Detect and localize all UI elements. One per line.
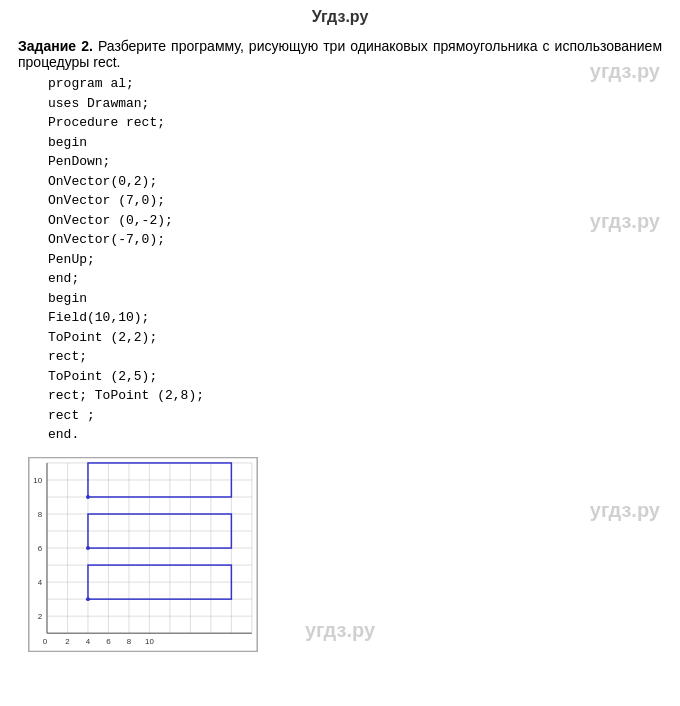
svg-text:6: 6 bbox=[106, 637, 111, 646]
code-line-14: ToPoint (2,2); bbox=[48, 328, 662, 348]
svg-rect-0 bbox=[29, 458, 257, 651]
svg-point-40 bbox=[86, 546, 90, 550]
svg-text:4: 4 bbox=[86, 637, 91, 646]
task-header: Задание 2. Разберите программу, рисующую… bbox=[18, 38, 662, 70]
code-line-6: OnVector(0,2); bbox=[48, 172, 662, 192]
code-line-17: rect; ToPoint (2,8); bbox=[48, 386, 662, 406]
diagram-section: 0 2 4 6 8 10 2 4 6 8 10 bbox=[18, 457, 662, 652]
code-line-10: PenUp; bbox=[48, 250, 662, 270]
task-description: Разберите программу, рисующую три одинак… bbox=[18, 38, 662, 70]
page-title: Угдз.ру bbox=[0, 0, 680, 30]
svg-text:2: 2 bbox=[38, 612, 42, 621]
code-line-15: rect; bbox=[48, 347, 662, 367]
grid-svg: 0 2 4 6 8 10 2 4 6 8 10 bbox=[29, 458, 257, 651]
code-line-5: PenDown; bbox=[48, 152, 662, 172]
code-line-12: begin bbox=[48, 289, 662, 309]
grid-diagram: 0 2 4 6 8 10 2 4 6 8 10 bbox=[28, 457, 258, 652]
code-line-18: rect ; bbox=[48, 406, 662, 426]
svg-point-41 bbox=[86, 495, 90, 499]
task-label: Задание bbox=[18, 38, 76, 54]
svg-text:10: 10 bbox=[33, 476, 42, 485]
svg-point-39 bbox=[86, 597, 90, 601]
svg-text:4: 4 bbox=[38, 578, 43, 587]
code-line-3: Procedure rect; bbox=[48, 113, 662, 133]
code-line-2: uses Drawman; bbox=[48, 94, 662, 114]
code-line-11: end; bbox=[48, 269, 662, 289]
svg-text:2: 2 bbox=[65, 637, 69, 646]
code-line-19: end. bbox=[48, 425, 662, 445]
task-number: 2. bbox=[81, 38, 93, 54]
code-line-9: OnVector(-7,0); bbox=[48, 230, 662, 250]
code-line-13: Field(10,10); bbox=[48, 308, 662, 328]
code-line-16: ToPoint (2,5); bbox=[48, 367, 662, 387]
code-line-8: OnVector (0,-2); bbox=[48, 211, 662, 231]
code-line-4: begin bbox=[48, 133, 662, 153]
svg-text:8: 8 bbox=[38, 510, 43, 519]
code-line-1: program al; bbox=[48, 74, 662, 94]
svg-text:0: 0 bbox=[43, 637, 48, 646]
code-block: program al; uses Drawman; Procedure rect… bbox=[48, 74, 662, 445]
svg-text:10: 10 bbox=[145, 637, 154, 646]
code-line-7: OnVector (7,0); bbox=[48, 191, 662, 211]
svg-text:8: 8 bbox=[127, 637, 132, 646]
svg-text:6: 6 bbox=[38, 544, 43, 553]
